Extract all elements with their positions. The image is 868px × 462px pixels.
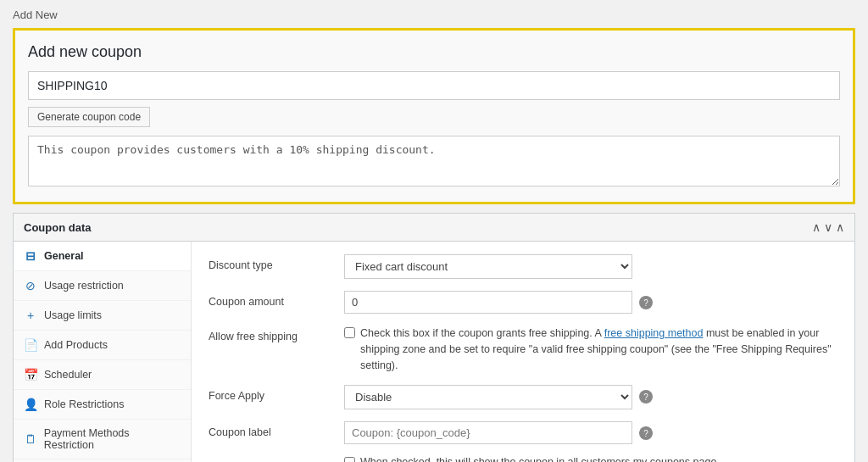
sidebar-item-add-products[interactable]: 📄 Add Products	[14, 331, 191, 360]
page-title: Add New	[13, 8, 855, 21]
show-coupons-checkbox[interactable]	[344, 457, 355, 462]
sidebar-item-usage-limits[interactable]: + Usage limits	[14, 301, 191, 331]
discount-type-select[interactable]: Fixed cart discount Percentage discount …	[344, 254, 632, 279]
show-coupons-checkbox-row: When checked, this will show the coupon …	[344, 456, 716, 462]
coupon-amount-input[interactable]	[344, 291, 632, 314]
coupon-data-panel-title: Coupon data	[24, 221, 91, 234]
arrow-up-icon[interactable]: ∧	[812, 220, 821, 234]
sidebar-item-scheduler[interactable]: 📅 Scheduler	[14, 360, 191, 390]
coupon-label-row: Coupon label ?	[209, 421, 837, 444]
coupon-header-box: Add new coupon Generate coupon code This…	[13, 28, 855, 204]
add-products-icon: 📄	[24, 338, 37, 352]
force-apply-field: Disable Enable ?	[344, 385, 837, 409]
discount-type-field: Fixed cart discount Percentage discount …	[344, 254, 837, 279]
sidebar-label-payment-methods: Payment Methods Restriction	[44, 427, 181, 451]
show-coupons-text: When checked, this will show the coupon …	[360, 456, 716, 462]
usage-restriction-icon: ⊘	[24, 279, 37, 292]
add-new-coupon-title: Add new coupon	[28, 43, 840, 61]
free-shipping-row: Allow free shipping Check this box if th…	[209, 326, 837, 373]
panel-controls: ∧ ∨ ∧	[812, 220, 844, 234]
role-restrictions-icon: 👤	[24, 398, 37, 411]
discount-type-label: Discount type	[209, 254, 344, 271]
sidebar-item-role-restrictions[interactable]: 👤 Role Restrictions	[14, 390, 191, 420]
coupon-data-panel: Coupon data ∧ ∨ ∧ ⊟ General	[13, 213, 855, 462]
arrow-down-icon[interactable]: ∨	[824, 220, 832, 234]
show-coupons-label: Show on my coupons page?	[209, 456, 344, 462]
coupon-label-field: ?	[344, 421, 837, 444]
sidebar-item-payment-methods[interactable]: 🗒 Payment Methods Restriction	[14, 420, 191, 459]
coupon-sidebar: ⊟ General ⊘ Usage restriction + Us	[14, 242, 192, 462]
show-coupons-row: Show on my coupons page? When checked, t…	[209, 456, 837, 462]
force-apply-select[interactable]: Disable Enable	[344, 385, 632, 409]
arrow-collapse-icon[interactable]: ∧	[836, 220, 844, 234]
scheduler-icon: 📅	[24, 368, 37, 381]
free-shipping-description: Check this box if the coupon grants free…	[360, 326, 837, 373]
discount-type-row: Discount type Fixed cart discount Percen…	[209, 254, 837, 279]
sidebar-label-usage-limits: Usage limits	[44, 309, 102, 321]
free-shipping-field: Check this box if the coupon grants free…	[344, 326, 837, 373]
general-icon: ⊟	[24, 249, 37, 263]
coupon-label-label: Coupon label	[209, 421, 344, 438]
general-form: Discount type Fixed cart discount Percen…	[192, 242, 854, 462]
coupon-amount-field: ?	[344, 291, 837, 314]
force-apply-row: Force Apply Disable Enable ?	[209, 385, 837, 409]
show-coupons-field: When checked, this will show the coupon …	[344, 456, 837, 462]
sidebar-label-scheduler: Scheduler	[44, 369, 92, 381]
sidebar-label-usage-restriction: Usage restriction	[44, 280, 124, 292]
coupon-data-body: ⊟ General ⊘ Usage restriction + Us	[14, 242, 854, 462]
sidebar-item-general[interactable]: ⊟ General	[14, 242, 191, 271]
force-apply-help-icon: ?	[639, 390, 653, 404]
payment-methods-icon: 🗒	[24, 432, 37, 446]
sidebar-item-usage-restriction[interactable]: ⊘ Usage restriction	[14, 271, 191, 301]
free-shipping-checkbox[interactable]	[344, 327, 355, 338]
force-apply-label: Force Apply	[209, 385, 344, 402]
sidebar-label-general: General	[44, 250, 84, 262]
usage-limits-icon: +	[24, 309, 37, 322]
coupon-code-input[interactable]	[28, 71, 840, 100]
coupon-amount-label: Coupon amount	[209, 291, 344, 308]
free-shipping-label: Allow free shipping	[209, 326, 344, 342]
coupon-amount-help-icon: ?	[639, 296, 653, 309]
coupon-amount-row: Coupon amount ?	[209, 291, 837, 314]
free-shipping-checkbox-row: Check this box if the coupon grants free…	[344, 326, 837, 373]
sidebar-label-add-products: Add Products	[44, 339, 108, 351]
free-shipping-method-link[interactable]: free shipping method	[604, 327, 704, 339]
coupon-label-input[interactable]	[344, 421, 632, 444]
coupon-label-help-icon: ?	[639, 426, 653, 440]
coupon-data-header: Coupon data ∧ ∨ ∧	[14, 214, 854, 242]
generate-coupon-button[interactable]: Generate coupon code	[28, 107, 150, 127]
coupon-description-textarea[interactable]: This coupon provides customers with a 10…	[28, 136, 840, 186]
sidebar-label-role-restrictions: Role Restrictions	[44, 398, 124, 410]
